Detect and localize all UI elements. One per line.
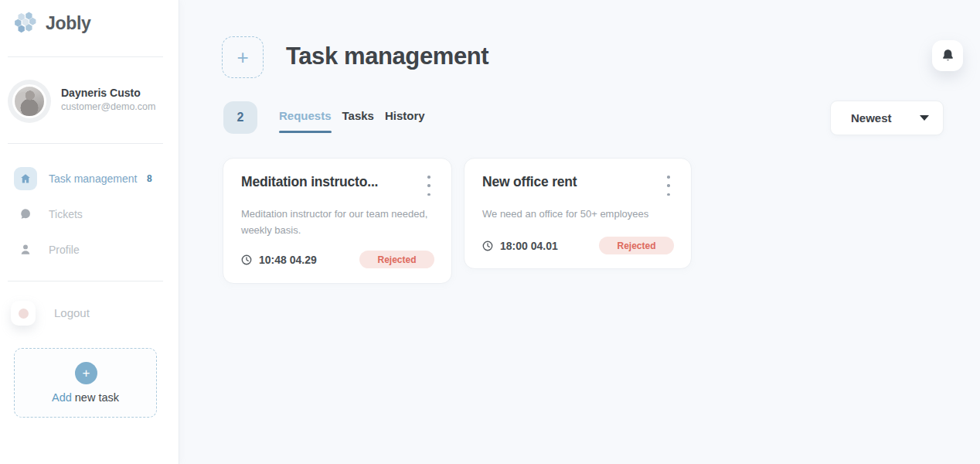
card-title: Meditation instructo...: [241, 174, 378, 190]
add-new-task-label: Addnew task: [15, 391, 156, 404]
chevron-down-icon: [920, 115, 929, 121]
task-card[interactable]: Meditation instructo... Meditation instr…: [223, 158, 452, 284]
divider: [8, 281, 163, 281]
clock-icon: [241, 254, 252, 265]
card-menu-button[interactable]: [662, 176, 675, 196]
sidebar-item-task-management[interactable]: Task management 8: [0, 167, 179, 190]
tab-tasks[interactable]: Tasks: [342, 109, 374, 133]
header-add-task-button[interactable]: +: [222, 36, 264, 78]
add-new-task-button[interactable]: + Addnew task: [14, 348, 157, 418]
divider: [8, 56, 163, 57]
card-menu-button[interactable]: [422, 176, 436, 196]
sidebar: Jobly Dayneris Custo customer@demo.com T…: [0, 0, 179, 464]
user-name: Dayneris Custo: [61, 87, 141, 99]
plus-icon: +: [75, 362, 97, 384]
card-time: 18:00 04.01: [500, 240, 558, 252]
status-badge: Rejected: [599, 237, 674, 254]
sidebar-item-label: Tickets: [49, 208, 83, 220]
home-icon: [14, 167, 37, 190]
avatar: [8, 80, 51, 123]
notifications-button[interactable]: [932, 40, 963, 71]
card-meta: 10:48 04.29 Rejected: [241, 251, 434, 268]
sidebar-item-label: Task management: [49, 172, 137, 185]
bell-icon: [941, 49, 954, 63]
avatar-photo: [12, 84, 46, 118]
card-description: Meditation instructor for our team neede…: [241, 206, 430, 238]
tab-requests[interactable]: Requests: [279, 109, 332, 133]
logo-text: Jobly: [46, 13, 91, 34]
sidebar-item-tickets[interactable]: Tickets: [0, 203, 179, 226]
chat-icon: [17, 206, 34, 223]
card-time: 10:48 04.29: [259, 254, 317, 266]
user-email: customer@demo.com: [61, 101, 155, 112]
jobly-logo-icon: [13, 11, 39, 36]
task-count-badge: 8: [147, 173, 152, 184]
tab-history[interactable]: History: [385, 109, 425, 133]
plus-icon: +: [236, 47, 248, 67]
sort-selected-value: Newest: [851, 111, 892, 125]
card-title: New office rent: [482, 174, 577, 190]
status-badge: Rejected: [359, 251, 434, 268]
logout-label: Logout: [54, 306, 90, 319]
requests-count-badge: 2: [223, 101, 257, 134]
card-description: We need an office for 50+ employees: [482, 206, 672, 222]
logo: Jobly: [13, 11, 91, 36]
person-icon: [17, 241, 34, 258]
logout-button[interactable]: Logout: [0, 301, 179, 326]
task-card[interactable]: New office rent We need an office for 50…: [464, 158, 692, 269]
clock-icon: [482, 241, 493, 251]
power-icon: [11, 301, 36, 326]
sort-dropdown[interactable]: Newest: [830, 101, 944, 135]
sidebar-item-profile[interactable]: Profile: [0, 238, 179, 261]
page-title: Task management: [286, 43, 488, 70]
tab-bar: Requests Tasks History: [279, 109, 425, 133]
app-window: Jobly Dayneris Custo customer@demo.com T…: [0, 0, 980, 464]
sidebar-item-label: Profile: [49, 244, 80, 256]
card-meta: 18:00 04.01 Rejected: [482, 237, 674, 254]
divider: [8, 143, 163, 144]
